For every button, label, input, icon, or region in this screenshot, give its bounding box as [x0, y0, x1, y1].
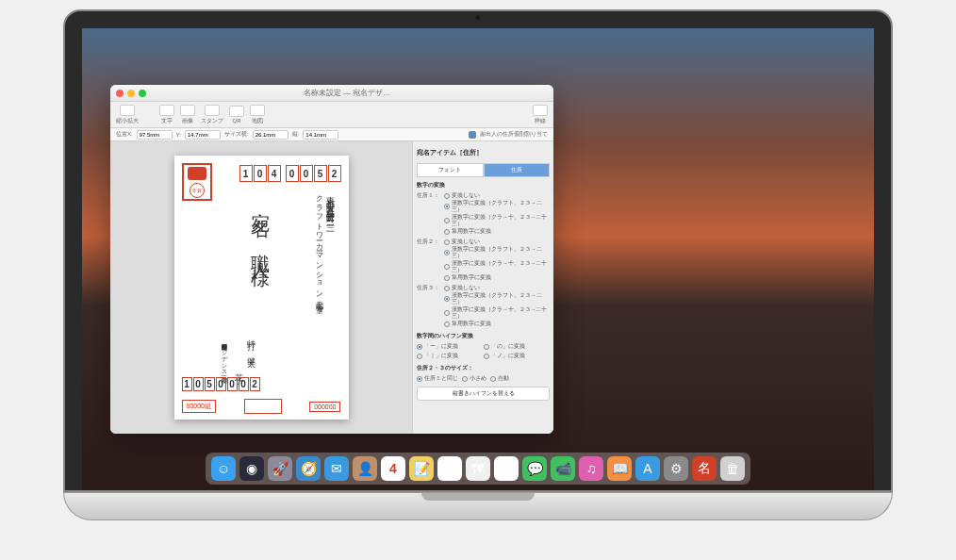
conv-radio[interactable] [444, 264, 450, 270]
sort-button[interactable]: 並び順 [828, 74, 845, 95]
email-placeholder[interactable]: 自宅E-mail [672, 294, 700, 303]
zip-digit[interactable]: 0 [300, 165, 313, 182]
surname-value[interactable]: 宛名 [648, 116, 663, 124]
zip-as-postal-checkbox[interactable] [684, 229, 692, 237]
close-button[interactable] [460, 61, 468, 69]
globe-icon[interactable]: ⊕ [606, 240, 653, 247]
dock-reminders-icon[interactable]: ☑ [437, 456, 462, 481]
conv-radio[interactable] [444, 239, 450, 245]
zoom-tool[interactable]: 縮小拡大 [116, 105, 139, 125]
canvas[interactable]: 年賀 1040052 東京都中央区月島年賀町一ー二ー三 クラフトワーカーマンショ… [110, 141, 412, 434]
zip-digit[interactable]: 2 [250, 377, 260, 391]
dock-trash-icon[interactable]: 🗑 [720, 456, 745, 481]
minimize-button[interactable] [127, 90, 135, 97]
postcard-preview[interactable]: 年賀 1040052 東京都中央区月島年賀町一ー二ー三 クラフトワーカーマンショ… [174, 156, 349, 420]
conv-radio[interactable] [444, 321, 450, 327]
close-button[interactable] [116, 90, 124, 97]
zip-digit[interactable]: 4 [268, 165, 281, 182]
dock-contacts-icon[interactable]: 👤 [353, 456, 377, 481]
y-input[interactable] [185, 130, 221, 140]
qr-tool[interactable]: QR [229, 106, 244, 124]
addr-placeholder[interactable]: 住所を入力 [657, 262, 685, 271]
map-tool[interactable]: 地図 [250, 105, 265, 125]
sender-zip[interactable]: 1050002 [182, 377, 260, 391]
zip-value[interactable]: 104-0052 [657, 230, 681, 236]
text-tool[interactable]: 文字 [159, 105, 174, 125]
hyphen-radio-3[interactable] [417, 354, 422, 359]
dock-calendar-icon[interactable]: 4 [381, 456, 405, 481]
seg-cardtype[interactable]: 宛名状の種類 [602, 78, 662, 91]
contact-dropdown[interactable]: コンタクト ▼ [713, 80, 749, 89]
minimize-button[interactable] [471, 61, 479, 69]
other-section-header[interactable]: ◯ その他 [606, 214, 845, 222]
frame-tool[interactable]: 枠線 [533, 105, 548, 125]
dock-settings-icon[interactable]: ⚙ [664, 456, 688, 481]
dock-mail-icon[interactable]: ✉ [324, 456, 349, 481]
tel-placeholder[interactable]: 自宅電話 [672, 280, 695, 288]
tab-font[interactable]: フォント [417, 163, 484, 177]
titlebar[interactable]: 名称未設定１ [454, 57, 850, 74]
plus-button[interactable]: + [623, 186, 636, 197]
recipient-address-1[interactable]: 東京都中央区月島年賀町一ー二ー三 [323, 189, 337, 220]
kana1[interactable]: あてな [648, 128, 665, 134]
hyphen-radio-1[interactable] [417, 344, 422, 350]
zip-digit[interactable]: 1 [182, 377, 192, 391]
seg-addressbook[interactable]: 住所録 [563, 78, 602, 91]
sender-assign-checkbox[interactable] [469, 131, 476, 139]
conv-radio[interactable] [444, 218, 450, 223]
dock-siri-icon[interactable]: ◉ [239, 456, 264, 481]
apply-hyphen-button[interactable]: 縦書きハイフンを替える [417, 387, 550, 401]
sender-address[interactable]: 東京都港区愛宕宛名町レジデンス一〇〇九号室 [220, 339, 228, 372]
section-segmented-control[interactable]: 住所録 宛名状の種類 通信欄 [562, 77, 701, 92]
tab-address[interactable]: 住所 [484, 163, 551, 177]
delete-button[interactable]: 削除 [822, 147, 845, 158]
size-radio-2[interactable] [462, 376, 468, 382]
zip-digit[interactable]: 1 [239, 165, 253, 182]
zip-digit[interactable]: 0 [216, 377, 226, 391]
conv-radio[interactable] [444, 286, 450, 291]
tel-plus[interactable]: + [623, 278, 636, 289]
dock-maps-icon[interactable]: 🗺 [466, 456, 490, 481]
add-field-dropdown[interactable]: 連絡先フィールドを追加 [657, 309, 719, 318]
zip-digit[interactable]: 0 [227, 377, 238, 391]
dock-finder-icon[interactable]: ☺ [211, 456, 236, 481]
sender-name[interactable]: 特打 健太 花子 [233, 333, 257, 372]
email-minus[interactable]: − [606, 292, 619, 304]
print-checkbox[interactable] [640, 188, 648, 195]
zip-digit[interactable]: 5 [205, 377, 215, 391]
zip-digit[interactable]: 0 [286, 165, 299, 182]
seg-message[interactable]: 通信欄 [662, 78, 701, 91]
conv-radio[interactable] [444, 193, 450, 199]
size-radio-1[interactable] [417, 376, 422, 382]
hyphen-radio-2[interactable] [484, 344, 489, 350]
stamp-area[interactable]: 年賀 [182, 163, 212, 201]
addr-line1[interactable]: 東京都中央区月島年賀町１－２－３ [657, 239, 748, 248]
conv-radio[interactable] [444, 275, 450, 281]
tel-minus[interactable]: − [606, 278, 619, 289]
zoom-button[interactable] [483, 61, 490, 69]
tab-memo[interactable]: メモ [669, 164, 690, 179]
assigned-dropdown[interactable]: 標準 ▼ [657, 149, 676, 157]
conv-radio[interactable] [444, 310, 450, 316]
h-input[interactable] [303, 130, 338, 140]
zip-digit[interactable]: 0 [239, 377, 249, 391]
avatar[interactable] [606, 115, 642, 141]
tab-remark[interactable]: 備考 [698, 164, 718, 179]
titlebar[interactable]: 名称未設定 — 宛名デザ… [110, 85, 553, 102]
zip-digit[interactable]: 0 [193, 377, 204, 391]
dock-launchpad-icon[interactable]: 🚀 [268, 456, 292, 481]
conv-radio[interactable] [444, 204, 450, 209]
conv-radio[interactable] [444, 296, 450, 302]
recipient-zip[interactable]: 1040052 [239, 165, 341, 182]
zip-digit[interactable]: 2 [328, 165, 341, 182]
tab-address[interactable]: 住所 [606, 164, 627, 179]
recipient-address-2[interactable]: クラフトワーカーマンション七〇二三号室 [312, 189, 324, 301]
dock-app-icon[interactable]: 名 [692, 456, 717, 481]
email-plus[interactable]: + [623, 292, 636, 304]
sort-dropdown[interactable] [809, 98, 845, 107]
stamp-tool[interactable]: スタンプ [201, 105, 223, 125]
dock-photos-icon[interactable]: ❀ [494, 456, 519, 481]
hyphen-radio-4[interactable] [484, 354, 489, 359]
conv-radio[interactable] [444, 250, 450, 255]
zip-digit[interactable]: 0 [254, 165, 267, 182]
